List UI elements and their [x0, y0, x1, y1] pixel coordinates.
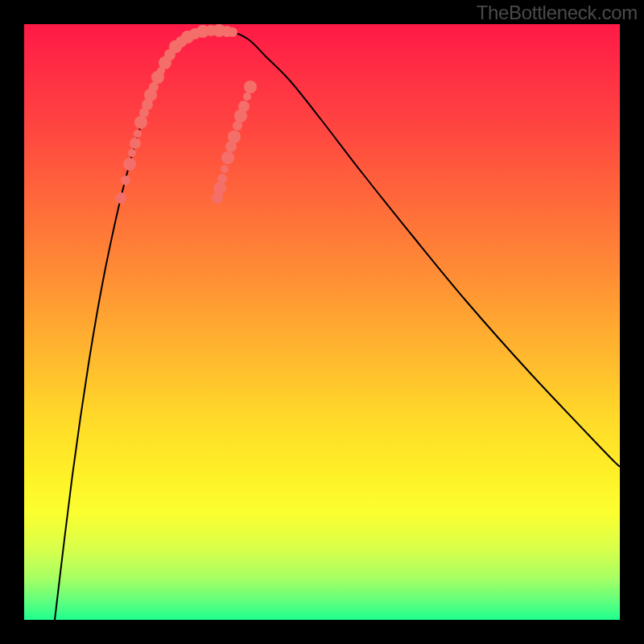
cluster-dot: [121, 175, 130, 185]
cluster-dot: [115, 192, 126, 204]
cluster-dot: [123, 158, 136, 171]
cluster-dot: [217, 174, 227, 184]
cluster-dot: [134, 130, 142, 138]
cluster-dot: [221, 165, 229, 173]
chart-svg: [24, 24, 620, 620]
cluster-dot: [228, 27, 237, 37]
plot-area: [24, 24, 620, 620]
cluster-dot: [228, 130, 241, 143]
cluster-dot: [243, 93, 251, 101]
cluster-dot: [244, 80, 257, 93]
watermark-text: TheBottleneck.com: [477, 2, 638, 24]
cluster-dots-group: [115, 24, 257, 204]
cluster-dot: [213, 182, 226, 195]
cluster-dot: [238, 101, 250, 112]
cluster-dot: [128, 149, 136, 157]
cluster-dot: [130, 138, 141, 149]
chart-frame: TheBottleneck.com: [0, 0, 644, 644]
cluster-dot: [134, 116, 147, 129]
cluster-dot: [221, 151, 234, 164]
